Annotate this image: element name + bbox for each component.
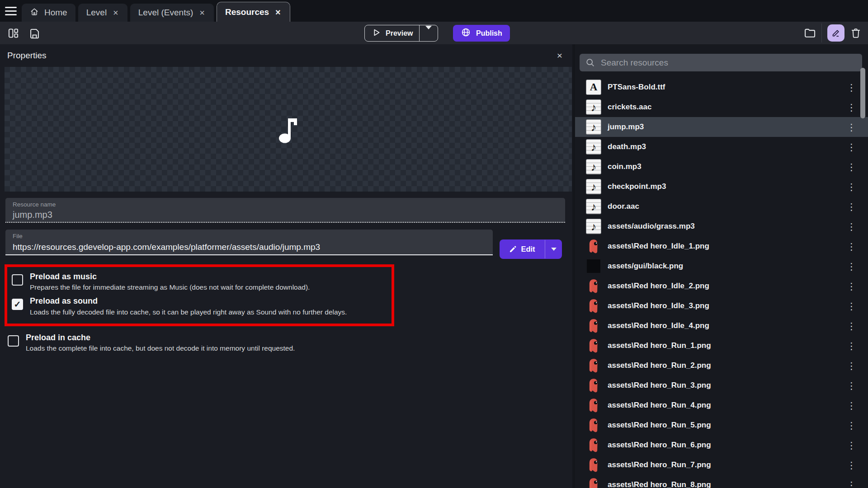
kebab-menu-icon[interactable]: ⋮ bbox=[847, 142, 856, 152]
kebab-menu-icon[interactable]: ⋮ bbox=[847, 341, 856, 351]
publish-label: Publish bbox=[476, 29, 502, 38]
resource-list-item[interactable]: ♪ jump.mp3 ⋮ bbox=[575, 117, 868, 137]
kebab-menu-icon[interactable]: ⋮ bbox=[847, 361, 856, 371]
resource-name: assets\Red hero_Idle_3.png bbox=[608, 301, 709, 310]
tab-label: Level (Events) bbox=[138, 8, 193, 18]
gdevelop-window: Home Level × Level (Events) × Resources … bbox=[0, 0, 868, 488]
image-file-icon bbox=[586, 318, 601, 333]
kebab-menu-icon[interactable]: ⋮ bbox=[847, 321, 856, 331]
tab-home[interactable]: Home bbox=[22, 4, 75, 22]
resource-list-item[interactable]: assets\Red hero_Run_8.png ⋮ bbox=[575, 475, 868, 488]
resource-list-item[interactable]: assets\Red hero_Idle_3.png ⋮ bbox=[575, 296, 868, 316]
close-icon[interactable]: × bbox=[554, 50, 565, 61]
image-file-icon bbox=[586, 298, 601, 314]
resource-name: jump.mp3 bbox=[608, 122, 644, 131]
search-box[interactable] bbox=[580, 54, 862, 71]
resource-name: assets\Red hero_Run_8.png bbox=[608, 480, 711, 488]
kebab-menu-icon[interactable]: ⋮ bbox=[847, 460, 856, 470]
kebab-menu-icon[interactable]: ⋮ bbox=[847, 262, 856, 271]
image-file-icon bbox=[586, 477, 601, 488]
resource-name: assets\Red hero_Run_7.png bbox=[608, 460, 711, 469]
kebab-menu-icon[interactable]: ⋮ bbox=[847, 381, 856, 390]
resource-list-item[interactable]: assets\Red hero_Run_1.png ⋮ bbox=[575, 336, 868, 356]
close-icon[interactable]: × bbox=[198, 8, 206, 17]
folder-icon[interactable] bbox=[803, 27, 816, 39]
resource-list-item[interactable]: ♪ coin.mp3 ⋮ bbox=[575, 157, 868, 177]
image-file-icon bbox=[586, 437, 601, 453]
audio-file-icon: ♪ bbox=[586, 99, 601, 115]
resource-name: assets\Red hero_Run_3.png bbox=[608, 381, 711, 390]
search-icon bbox=[585, 58, 595, 67]
kebab-menu-icon[interactable]: ⋮ bbox=[847, 222, 856, 231]
kebab-menu-icon[interactable]: ⋮ bbox=[847, 401, 856, 410]
pencil-icon bbox=[509, 245, 517, 253]
divider bbox=[821, 23, 822, 42]
tab-level-events[interactable]: Level (Events) × bbox=[130, 4, 214, 22]
resource-list-item[interactable]: assets\Red hero_Run_6.png ⋮ bbox=[575, 435, 868, 455]
file-field[interactable]: File https://resources.gdevelop-app.com/… bbox=[5, 230, 493, 255]
preload-as-sound-checkbox[interactable]: ✓ bbox=[12, 299, 23, 310]
open-panels-icon[interactable] bbox=[7, 27, 19, 39]
resource-list-item[interactable]: assets\Red hero_Run_2.png ⋮ bbox=[575, 356, 868, 375]
file-label: File bbox=[13, 233, 486, 239]
properties-panel: Properties × Resource name jump.mp3 File… bbox=[0, 44, 572, 488]
pencil-icon bbox=[831, 28, 841, 38]
trash-icon[interactable] bbox=[850, 27, 862, 39]
resource-list-item[interactable]: ♪ death.mp3 ⋮ bbox=[575, 137, 868, 157]
resource-list-item[interactable]: assets\Red hero_Run_7.png ⋮ bbox=[575, 455, 868, 475]
resource-name: door.aac bbox=[608, 202, 639, 211]
resource-list-item[interactable]: assets\Red hero_Run_3.png ⋮ bbox=[575, 375, 868, 395]
audio-file-icon: ♪ bbox=[586, 199, 601, 214]
option-label: Preload in cache bbox=[26, 333, 295, 343]
resource-list-item[interactable]: ♪ checkpoint.mp3 ⋮ bbox=[575, 177, 868, 197]
edit-dropdown-button[interactable] bbox=[545, 239, 562, 259]
kebab-menu-icon[interactable]: ⋮ bbox=[847, 421, 856, 430]
properties-title: Properties bbox=[7, 51, 47, 61]
kebab-menu-icon[interactable]: ⋮ bbox=[847, 122, 856, 132]
resource-list-item[interactable]: ♪ door.aac ⋮ bbox=[575, 197, 868, 216]
audio-file-icon: ♪ bbox=[586, 179, 601, 194]
resource-list-item[interactable]: A PTSans-Bold.ttf ⋮ bbox=[575, 77, 868, 97]
scrollbar-thumb[interactable] bbox=[860, 68, 865, 118]
tab-resources[interactable]: Resources × bbox=[217, 2, 290, 22]
resource-list-item[interactable]: ♪ assets/audio/grass.mp3 ⋮ bbox=[575, 216, 868, 236]
resource-name: crickets.aac bbox=[608, 103, 651, 112]
resource-list-item[interactable]: assets/gui/black.png ⋮ bbox=[575, 256, 868, 276]
kebab-menu-icon[interactable]: ⋮ bbox=[847, 202, 856, 211]
kebab-menu-icon[interactable]: ⋮ bbox=[847, 441, 856, 450]
preview-dropdown-button[interactable] bbox=[420, 29, 438, 38]
kebab-menu-icon[interactable]: ⋮ bbox=[847, 103, 856, 112]
preload-as-music-checkbox[interactable] bbox=[12, 274, 23, 286]
tab-level[interactable]: Level × bbox=[78, 4, 127, 22]
resource-list-item[interactable]: assets\Red hero_Run_5.png ⋮ bbox=[575, 415, 868, 435]
close-icon[interactable]: × bbox=[112, 8, 119, 17]
option-preload-as-sound: ✓ Preload as sound Loads the fully decod… bbox=[12, 294, 387, 318]
save-icon[interactable] bbox=[28, 27, 41, 39]
kebab-menu-icon[interactable]: ⋮ bbox=[847, 83, 856, 92]
resource-list-item[interactable]: assets\Red hero_Idle_2.png ⋮ bbox=[575, 276, 868, 296]
option-preload-as-music: Preload as music Prepares the file for i… bbox=[12, 269, 387, 294]
kebab-menu-icon[interactable]: ⋮ bbox=[847, 301, 856, 311]
preload-in-cache-checkbox[interactable] bbox=[8, 335, 19, 347]
resource-list-item[interactable]: assets\Red hero_Run_4.png ⋮ bbox=[575, 395, 868, 415]
kebab-menu-icon[interactable]: ⋮ bbox=[847, 480, 856, 488]
kebab-menu-icon[interactable]: ⋮ bbox=[847, 182, 856, 192]
resource-list-item[interactable]: ♪ crickets.aac ⋮ bbox=[575, 97, 868, 117]
resource-list-item[interactable]: assets\Red hero_Idle_1.png ⋮ bbox=[575, 236, 868, 256]
main-menu-icon[interactable] bbox=[0, 0, 22, 22]
resource-list-item[interactable]: assets\Red hero_Idle_4.png ⋮ bbox=[575, 316, 868, 336]
search-input[interactable] bbox=[601, 58, 856, 68]
close-icon[interactable]: × bbox=[274, 8, 282, 17]
resource-name-field: Resource name jump.mp3 bbox=[5, 198, 565, 223]
kebab-menu-icon[interactable]: ⋮ bbox=[847, 242, 856, 251]
edit-mode-toggle[interactable] bbox=[827, 24, 844, 42]
kebab-menu-icon[interactable]: ⋮ bbox=[847, 282, 856, 291]
preview-button[interactable]: Preview bbox=[364, 25, 438, 42]
resource-preview-area bbox=[5, 67, 572, 192]
edit-file-button[interactable]: Edit bbox=[500, 239, 562, 259]
kebab-menu-icon[interactable]: ⋮ bbox=[847, 162, 856, 172]
image-file-icon bbox=[586, 278, 601, 294]
image-file-icon bbox=[586, 418, 601, 433]
tab-label: Resources bbox=[225, 7, 269, 17]
publish-button[interactable]: Publish bbox=[453, 25, 510, 42]
